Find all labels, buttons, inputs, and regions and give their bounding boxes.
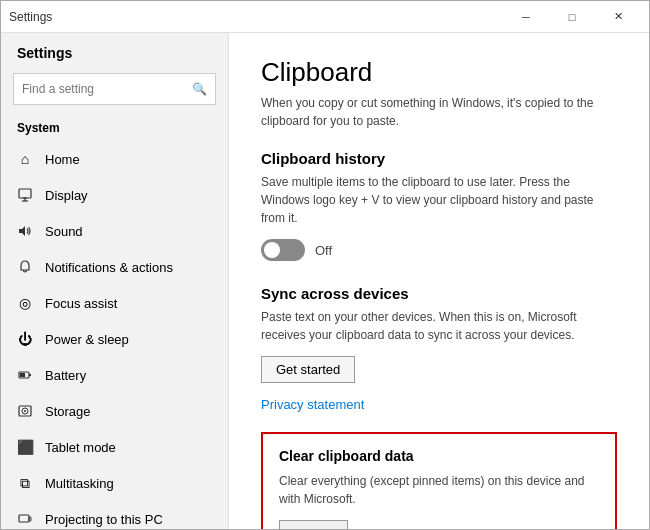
page-title: Clipboard — [261, 57, 617, 88]
settings-window: Settings ─ □ ✕ Settings 🔍 System ⌂ Home — [0, 0, 650, 530]
sidebar-item-multitasking-label: Multitasking — [45, 476, 114, 491]
power-sleep-icon: ⏻ — [17, 331, 33, 347]
sidebar-scroll-area[interactable]: System ⌂ Home Display — [1, 117, 228, 529]
toggle-knob — [264, 242, 280, 258]
sidebar-item-multitasking[interactable]: ⧉ Multitasking — [1, 465, 228, 501]
clear-clipboard-description: Clear everything (except pinned items) o… — [279, 472, 599, 508]
sidebar-title: Settings — [1, 33, 228, 69]
clipboard-history-toggle[interactable] — [261, 239, 305, 261]
sidebar-item-display-label: Display — [45, 188, 88, 203]
storage-icon — [17, 403, 33, 419]
sidebar-item-sound-label: Sound — [45, 224, 83, 239]
clear-button[interactable]: Clear — [279, 520, 348, 529]
privacy-statement-link[interactable]: Privacy statement — [261, 397, 364, 412]
sidebar-item-storage[interactable]: Storage — [1, 393, 228, 429]
sidebar-item-battery-label: Battery — [45, 368, 86, 383]
page-description: When you copy or cut something in Window… — [261, 94, 617, 130]
close-button[interactable]: ✕ — [595, 1, 641, 33]
sidebar-item-tablet-mode-label: Tablet mode — [45, 440, 116, 455]
sidebar-item-projecting[interactable]: Projecting to this PC — [1, 501, 228, 529]
search-icon: 🔍 — [192, 82, 207, 96]
svg-rect-0 — [19, 189, 31, 198]
get-started-button[interactable]: Get started — [261, 356, 355, 383]
clipboard-history-toggle-row: Off — [261, 239, 617, 261]
window-title: Settings — [9, 10, 503, 24]
svg-rect-12 — [29, 517, 31, 521]
display-icon — [17, 187, 33, 203]
sidebar-item-projecting-label: Projecting to this PC — [45, 512, 163, 527]
maximize-button[interactable]: □ — [549, 1, 595, 33]
clear-clipboard-section: Clear clipboard data Clear everything (e… — [261, 432, 617, 529]
svg-rect-11 — [19, 515, 29, 522]
sidebar-section-label: System — [1, 117, 228, 141]
sidebar-item-power-sleep-label: Power & sleep — [45, 332, 129, 347]
sidebar-item-storage-label: Storage — [45, 404, 91, 419]
sidebar-item-notifications[interactable]: Notifications & actions — [1, 249, 228, 285]
sidebar-item-notifications-label: Notifications & actions — [45, 260, 173, 275]
window-controls: ─ □ ✕ — [503, 1, 641, 33]
clipboard-history-description: Save multiple items to the clipboard to … — [261, 173, 617, 227]
notifications-icon — [17, 259, 33, 275]
search-input[interactable] — [22, 82, 192, 96]
multitasking-icon: ⧉ — [17, 475, 33, 491]
title-bar: Settings ─ □ ✕ — [1, 1, 649, 33]
sidebar-item-home[interactable]: ⌂ Home — [1, 141, 228, 177]
sync-devices-description: Paste text on your other devices. When t… — [261, 308, 617, 344]
projecting-icon — [17, 511, 33, 527]
sync-devices-title: Sync across devices — [261, 285, 617, 302]
sidebar: Settings 🔍 System ⌂ Home — [1, 33, 229, 529]
sidebar-item-focus-assist[interactable]: ◎ Focus assist — [1, 285, 228, 321]
sidebar-item-focus-assist-label: Focus assist — [45, 296, 117, 311]
sidebar-item-tablet-mode[interactable]: ⬛ Tablet mode — [1, 429, 228, 465]
search-box[interactable]: 🔍 — [13, 73, 216, 105]
sidebar-item-battery[interactable]: Battery — [1, 357, 228, 393]
svg-rect-7 — [20, 373, 25, 377]
svg-rect-6 — [29, 374, 31, 376]
sidebar-item-power-sleep[interactable]: ⏻ Power & sleep — [1, 321, 228, 357]
svg-point-10 — [24, 410, 26, 412]
battery-icon — [17, 367, 33, 383]
clear-clipboard-title: Clear clipboard data — [279, 448, 599, 464]
svg-marker-4 — [19, 226, 25, 236]
clipboard-history-toggle-label: Off — [315, 243, 332, 258]
sidebar-item-home-label: Home — [45, 152, 80, 167]
home-icon: ⌂ — [17, 151, 33, 167]
tablet-mode-icon: ⬛ — [17, 439, 33, 455]
minimize-button[interactable]: ─ — [503, 1, 549, 33]
sound-icon — [17, 223, 33, 239]
focus-assist-icon: ◎ — [17, 295, 33, 311]
main-content: Clipboard When you copy or cut something… — [229, 33, 649, 529]
sidebar-item-sound[interactable]: Sound — [1, 213, 228, 249]
sidebar-item-display[interactable]: Display — [1, 177, 228, 213]
clipboard-history-title: Clipboard history — [261, 150, 617, 167]
content-area: Settings 🔍 System ⌂ Home — [1, 33, 649, 529]
